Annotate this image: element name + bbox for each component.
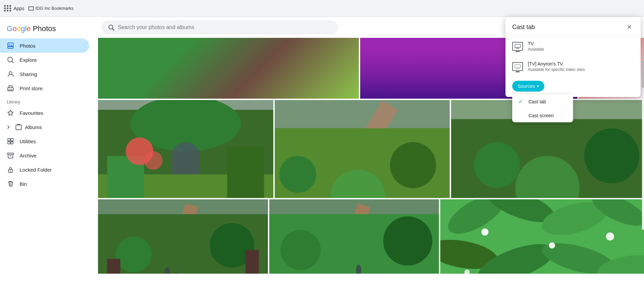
sidebar-item-albums-label: Albums [25,124,42,130]
cast-device-anyron-info: [TV] Anyron's TV Available for specific … [528,61,634,72]
cast-tab-check-icon: ✓ [518,98,525,105]
logo: Google Photos [0,20,95,39]
search-icon [108,24,115,31]
library-section-label: Library [0,95,95,106]
sidebar-item-locked-folder-label: Locked Folder [20,167,52,173]
svg-rect-7 [9,89,12,91]
sidebar-item-photos-label: Photos [20,43,35,49]
svg-point-55 [280,230,321,270]
svg-rect-44 [98,199,268,214]
apps-menu[interactable]: Apps [4,5,24,11]
print-store-icon [7,84,14,92]
photo-cell[interactable] [98,100,273,198]
sidebar-item-photos[interactable]: Photos [0,39,89,53]
photo-cell[interactable] [98,38,359,99]
sidebar-item-albums[interactable]: Albums [0,120,95,134]
albums-expand-icon[interactable] [5,123,12,131]
cast-close-button[interactable]: ✕ [624,22,634,32]
sidebar-item-bin[interactable]: Bin [0,177,95,191]
cast-device-anyron[interactable]: [TV] Anyron's TV Available for specific … [505,56,641,77]
svg-point-15 [10,171,11,172]
locked-folder-icon [7,166,14,173]
svg-point-5 [9,72,12,74]
svg-point-68 [549,242,555,249]
sidebar-item-print-store[interactable]: Print store [0,81,89,95]
svg-point-30 [144,151,163,170]
garden-photo-1 [98,100,273,198]
svg-rect-72 [515,44,520,48]
photos-icon [7,42,14,49]
svg-line-4 [12,61,14,63]
cast-sources-label: Sources [518,83,535,89]
cast-screen-label: Cast screen [528,113,554,118]
cast-sources-area: Sources ▾ ✓ Cast tab Cast screen [505,77,641,97]
cast-device-tv-status: Available [528,47,634,52]
svg-rect-73 [515,65,520,68]
svg-rect-8 [16,125,21,130]
svg-point-34 [279,156,316,193]
sidebar-item-locked-folder[interactable]: Locked Folder [0,163,95,177]
sidebar-item-sharing-label: Sharing [20,71,37,77]
cast-sources-button[interactable]: Sources ▾ [512,81,544,92]
sidebar-item-print-store-label: Print store [20,85,43,91]
sharing-icon [7,70,14,78]
photo-cell[interactable] [269,199,439,274]
svg-point-35 [390,142,436,189]
photo-cell[interactable] [440,199,644,274]
svg-line-19 [113,29,114,30]
leaves-photo [440,199,644,274]
bookmark-label: IDG Inc Bookmarks [35,6,74,11]
garden-photo-4 [98,199,268,274]
cast-device-anyron-name: [TV] Anyron's TV [528,61,634,67]
search-bar[interactable] [101,20,338,34]
sidebar-item-bin-label: Bin [20,181,27,187]
sidebar-item-utilities-label: Utilities [20,139,36,144]
sidebar-item-explore-label: Explore [20,57,37,63]
photo-cell[interactable] [275,100,450,198]
sidebar-item-favourites-label: Favourites [20,110,43,116]
sidebar-item-archive[interactable]: Archive [0,148,95,163]
sidebar: Google Photos Photos [0,17,95,299]
dropdown-item-cast-tab[interactable]: ✓ Cast tab [512,94,573,109]
apps-grid-icon [4,5,11,11]
cast-tab-label: Cast tab [528,99,546,104]
cast-panel: Cast tab ✕ TV Available [505,17,641,97]
cast-device-tv-name: TV [528,41,634,46]
cast-panel-header: Cast tab ✕ [505,17,641,36]
search-input[interactable] [118,24,331,30]
sources-dropdown: ✓ Cast tab Cast screen [512,94,573,122]
photo-cell[interactable] [98,199,268,274]
cast-tv-icon [512,42,523,51]
svg-rect-53 [269,199,439,214]
svg-rect-9 [8,139,10,141]
google-wordmark: Google [7,24,31,33]
svg-rect-11 [8,142,10,144]
chevron-down-icon: ▾ [537,84,539,89]
garden-photo-2 [275,100,450,198]
svg-rect-48 [107,259,120,274]
bin-icon [7,180,14,188]
sidebar-item-explore[interactable]: Explore [0,53,89,67]
sidebar-item-favourites[interactable]: Favourites [0,106,95,120]
cast-device-tv-info: TV Available [528,41,634,52]
svg-rect-49 [245,250,259,274]
cast-device-anyron-status: Available for specific video sites [528,67,634,72]
sidebar-item-sharing[interactable]: Sharing [0,67,89,81]
cast-device-tv[interactable]: TV Available [505,36,641,56]
albums-icon [15,123,22,131]
dropdown-item-cast-screen[interactable]: Cast screen [512,109,573,122]
svg-rect-28 [227,147,264,198]
sidebar-item-archive-label: Archive [20,153,36,158]
cast-panel-title: Cast tab [512,24,535,31]
svg-point-40 [474,142,520,188]
svg-point-67 [481,228,489,235]
bookmark-item[interactable]: IDG Inc Bookmarks [28,6,74,11]
apps-label: Apps [14,6,24,11]
sidebar-item-utilities[interactable]: Utilities [0,134,95,148]
app-layout: Google Photos Photos [0,17,644,299]
svg-rect-13 [7,153,14,154]
favourites-icon [7,109,14,117]
svg-rect-0 [8,43,13,48]
explore-icon [7,56,14,64]
garden-photo-5 [269,199,439,274]
